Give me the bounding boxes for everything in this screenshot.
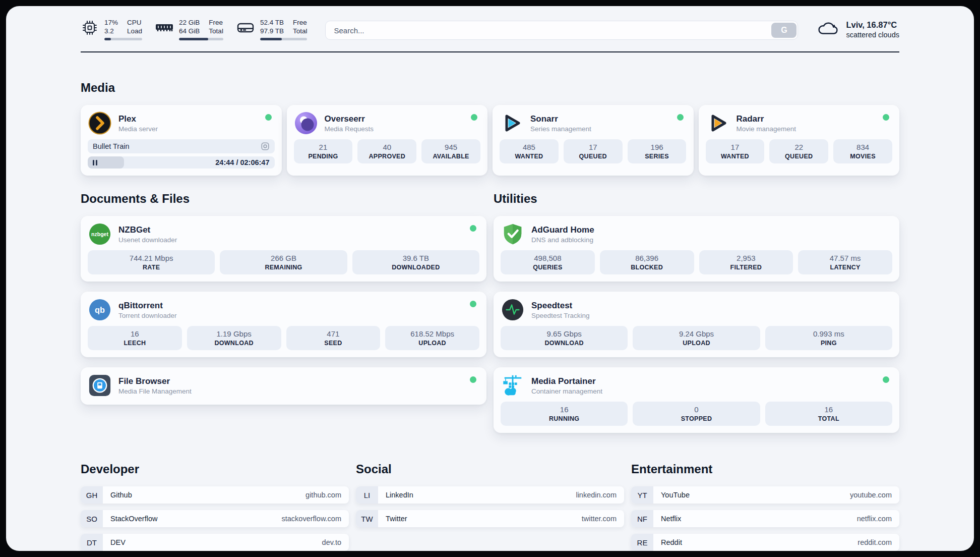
link-abbr-badge: SO: [81, 510, 103, 527]
link-abbr-badge: GH: [81, 486, 103, 504]
app-card-filebrowser[interactable]: File Browser Media File Management: [81, 367, 486, 405]
plex-icon: [88, 111, 112, 135]
link-dev[interactable]: DT DEV dev.to: [81, 534, 349, 551]
weather-location-temp: Lviv, 16.87°C: [846, 20, 899, 30]
media-section-title: Media: [81, 81, 899, 95]
link-stackoverflow[interactable]: SO StackOverflow stackoverflow.com: [81, 510, 349, 527]
section-utilities: Utilities: [494, 192, 899, 433]
app-card-adguard[interactable]: AdGuard Home DNS and adblocking 498,508Q…: [494, 216, 899, 282]
stat-box: 1.19 GbpsDOWNLOAD: [187, 326, 281, 350]
app-card-speedtest[interactable]: Speedtest Speedtest Tracking 9.65 GbpsDO…: [494, 292, 899, 357]
app-name: Radarr: [737, 114, 797, 124]
status-online-dot: [470, 301, 476, 307]
ram-progress-bar: [179, 38, 223, 40]
link-abbr-badge: LI: [356, 486, 378, 504]
link-github[interactable]: GH Github github.com: [81, 486, 349, 504]
header-divider: [81, 51, 899, 52]
app-card-plex[interactable]: Plex Media server Bullet Train: [81, 105, 282, 176]
now-playing-title: Bullet Train: [93, 142, 130, 150]
nzbget-icon: nzbget: [88, 222, 112, 246]
link-netflix[interactable]: NF Netflix netflix.com: [631, 510, 899, 527]
playback-progress-bar: 24:44 / 02:06:47: [88, 156, 275, 169]
app-name: Plex: [118, 114, 158, 124]
app-card-qbittorrent[interactable]: qb qBittorrent Torrent downloader 16LEEC…: [81, 292, 486, 357]
stat-box: 39.6 TBDOWNLOADED: [352, 250, 479, 274]
search-box: G: [325, 21, 798, 40]
session-target-icon[interactable]: [261, 142, 270, 151]
section-entertainment: Entertainment YT YouTube youtube.com NF …: [631, 462, 899, 551]
app-name: Media Portainer: [531, 376, 602, 386]
section-social: Social LI LinkedIn linkedin.com TW Twitt…: [356, 462, 624, 527]
link-abbr-badge: RE: [631, 534, 653, 551]
system-stats: 17% 3.2 CPU Load: [81, 18, 307, 40]
app-card-nzbget[interactable]: nzbget NZBGet Usenet downloader 744.21 M…: [81, 216, 486, 282]
search-engine-button[interactable]: G: [771, 23, 797, 38]
app-card-radarr[interactable]: Radarr Movie management 17WANTED 22QUEUE…: [699, 105, 900, 176]
link-youtube[interactable]: YT YouTube youtube.com: [631, 486, 899, 504]
stat-box: 471SEED: [286, 326, 381, 350]
link-abbr-badge: DT: [81, 534, 103, 551]
app-card-overseerr[interactable]: Overseerr Media Requests 21PENDING 40APP…: [287, 105, 488, 176]
ram-total: 64 GiB: [179, 27, 200, 35]
stat-box: 40APPROVED: [357, 139, 416, 163]
link-abbr-badge: TW: [356, 510, 378, 527]
stat-box: 16RUNNING: [501, 402, 628, 426]
cpu-load-value: 3.2: [104, 27, 118, 35]
stat-box: 16LEECH: [88, 326, 182, 350]
app-name: qBittorrent: [118, 301, 177, 311]
app-description: Movie management: [737, 125, 797, 133]
stat-box: 16TOTAL: [765, 402, 892, 426]
adguard-icon: [501, 222, 525, 246]
section-developer: Developer GH Github github.com SO StackO…: [81, 462, 349, 551]
disk-values: 52.4 TB 97.9 TB: [260, 18, 284, 35]
stat-box: 86,396BLOCKED: [600, 250, 694, 274]
cpu-icon: [81, 19, 99, 37]
status-online-dot: [470, 376, 476, 383]
stat-box: 9.65 GbpsDOWNLOAD: [501, 326, 628, 350]
cpu-stat: 17% 3.2 CPU Load: [81, 18, 142, 40]
cpu-values: 17% 3.2: [104, 18, 118, 35]
status-online-dot: [471, 114, 477, 121]
app-name: Sonarr: [530, 114, 591, 124]
svg-text:qb: qb: [95, 305, 105, 314]
disk-labels: Free Total: [293, 18, 308, 35]
stat-box: 21PENDING: [294, 139, 353, 163]
ram-values: 22 GiB 64 GiB: [179, 18, 200, 35]
weather-widget: Lviv, 16.87°C scattered clouds: [816, 19, 899, 39]
link-linkedin[interactable]: LI LinkedIn linkedin.com: [356, 486, 624, 504]
stat-box: 22QUEUED: [769, 139, 828, 163]
app-description: Speedtest Tracking: [531, 312, 590, 319]
app-card-sonarr[interactable]: Sonarr Series management 485WANTED 17QUE…: [493, 105, 694, 176]
ram-icon: [155, 19, 173, 37]
app-name: AdGuard Home: [531, 225, 594, 235]
app-name: Overseerr: [325, 114, 374, 124]
cpu-progress-bar: [104, 38, 142, 40]
qbittorrent-icon: qb: [88, 298, 112, 322]
search-input[interactable]: [327, 26, 771, 35]
stat-box: 47.57 msLATENCY: [798, 250, 892, 274]
stat-box: 498,508QUERIES: [501, 250, 595, 274]
link-twitter[interactable]: TW Twitter twitter.com: [356, 510, 624, 527]
app-description: Container management: [531, 387, 602, 395]
ram-free: 22 GiB: [179, 18, 200, 27]
app-name: File Browser: [118, 376, 192, 386]
stat-box: 9.24 GbpsUPLOAD: [633, 326, 760, 350]
section-documents: Documents & Files nzbget: [81, 192, 486, 405]
stat-box: 0.993 msPING: [765, 326, 892, 350]
app-card-portainer[interactable]: Media Portainer Container management 16R…: [494, 367, 899, 433]
documents-section-title: Documents & Files: [81, 192, 486, 206]
app-name: Speedtest: [531, 301, 590, 311]
developer-section-title: Developer: [81, 462, 349, 476]
filebrowser-icon: [88, 373, 112, 398]
app-description: Torrent downloader: [118, 312, 177, 319]
disk-icon: [236, 19, 255, 37]
social-section-title: Social: [356, 462, 624, 476]
disk-progress-bar: [260, 38, 308, 40]
stat-box: 17QUEUED: [564, 139, 623, 163]
app-description: Media File Management: [118, 387, 192, 395]
section-media: Media Plex Media server: [81, 81, 899, 176]
pause-icon[interactable]: [93, 160, 97, 165]
link-reddit[interactable]: RE Reddit reddit.com: [631, 534, 899, 551]
weather-condition: scattered clouds: [846, 31, 899, 39]
overseerr-icon: [294, 111, 318, 135]
